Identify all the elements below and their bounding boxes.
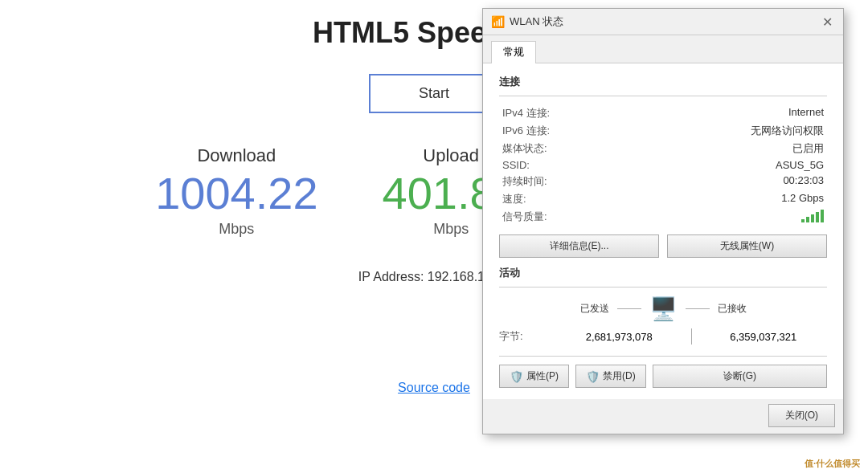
ipv6-label: IPv6 连接: <box>499 122 571 140</box>
download-value: 1004.22 <box>155 171 317 216</box>
close-dialog-button[interactable]: 关闭(O) <box>768 404 835 427</box>
dialog-tabs: 常规 <box>483 35 843 63</box>
sent-line <box>617 308 641 309</box>
ssid-label: SSID: <box>499 157 571 173</box>
download-unit: Mbps <box>155 221 317 238</box>
dialog-titlebar: 📶 WLAN 状态 ✕ <box>483 9 843 35</box>
bytes-row: 字节: 2,681,973,078 6,359,037,321 <box>499 328 827 345</box>
connection-btn-row: 详细信息(E)... 无线属性(W) <box>499 234 827 258</box>
ipv6-value: 无网络访问权限 <box>571 122 827 140</box>
bytes-label: 字节: <box>499 329 555 344</box>
signal-bars-icon <box>801 210 824 222</box>
network-computers-icon: 🖥️ <box>649 296 678 322</box>
signal-value <box>571 208 827 226</box>
dialog-close-button[interactable]: ✕ <box>819 14 835 30</box>
sent-label: 已发送 <box>580 302 609 316</box>
speed-row: 速度: 1.2 Gbps <box>499 190 827 208</box>
dialog-title: 📶 WLAN 状态 <box>491 14 563 29</box>
wireless-properties-button[interactable]: 无线属性(W) <box>667 234 827 258</box>
activity-divider <box>499 287 827 287</box>
ipv6-row: IPv6 连接: 无网络访问权限 <box>499 122 827 140</box>
shield-icon-disable: 🛡️ <box>586 370 600 383</box>
speed-value: 1.2 Gbps <box>571 190 827 208</box>
signal-label: 信号质量: <box>499 208 571 226</box>
activity-flow: 已发送 🖥️ 已接收 <box>499 296 827 322</box>
diagnose-button[interactable]: 诊断(G) <box>653 365 827 388</box>
ipv4-value: Internet <box>571 104 827 122</box>
bytes-divider <box>691 328 692 345</box>
bytes-received-value: 6,359,037,321 <box>700 331 828 343</box>
media-value: 已启用 <box>571 140 827 157</box>
duration-label: 持续时间: <box>499 173 571 190</box>
wifi-icon: 📶 <box>491 15 505 28</box>
download-metric: Download 1004.22 Mbps <box>155 145 317 238</box>
bottom-btn-row: 🛡️ 属性(P) 🛡️ 禁用(D) 诊断(G) <box>499 356 827 388</box>
dialog-title-text: WLAN 状态 <box>510 14 563 29</box>
speed-label: 速度: <box>499 190 571 208</box>
ssid-value: ASUS_5G <box>571 157 827 173</box>
received-label: 已接收 <box>718 302 747 316</box>
properties-button[interactable]: 🛡️ 属性(P) <box>499 365 569 388</box>
activity-section: 活动 已发送 🖥️ 已接收 字节: 2,681,973,078 6,359,03… <box>499 266 827 345</box>
connection-info-table: IPv4 连接: Internet IPv6 连接: 无网络访问权限 媒体状态:… <box>499 104 827 226</box>
disable-button[interactable]: 🛡️ 禁用(D) <box>575 365 646 388</box>
download-label: Download <box>155 145 317 166</box>
connection-divider <box>499 96 827 96</box>
details-button[interactable]: 详细信息(E)... <box>499 234 659 258</box>
ssid-row: SSID: ASUS_5G <box>499 157 827 173</box>
tab-general[interactable]: 常规 <box>491 41 536 63</box>
properties-btn-label: 属性(P) <box>526 369 559 383</box>
media-row: 媒体状态: 已启用 <box>499 140 827 157</box>
media-label: 媒体状态: <box>499 140 571 157</box>
source-code-link[interactable]: Source code <box>398 381 470 395</box>
wlan-dialog: 📶 WLAN 状态 ✕ 常规 连接 IPv4 连接: Internet IPv6… <box>482 8 844 434</box>
close-btn-row: 关闭(O) <box>483 399 843 434</box>
dialog-body: 连接 IPv4 连接: Internet IPv6 连接: 无网络访问权限 媒体… <box>483 63 843 399</box>
signal-row: 信号质量: <box>499 208 827 226</box>
start-button[interactable]: Start <box>369 74 499 113</box>
shield-icon-properties: 🛡️ <box>510 370 523 383</box>
activity-section-title: 活动 <box>499 266 827 280</box>
received-line <box>686 308 710 309</box>
connection-section-title: 连接 <box>499 75 827 89</box>
disable-btn-label: 禁用(D) <box>603 369 636 383</box>
ipv4-label: IPv4 连接: <box>499 104 571 122</box>
ipv4-row: IPv4 连接: Internet <box>499 104 827 122</box>
duration-value: 00:23:03 <box>571 173 827 190</box>
watermark: 值·什么值得买 <box>805 458 860 470</box>
duration-row: 持续时间: 00:23:03 <box>499 173 827 190</box>
bytes-sent-value: 2,681,973,078 <box>555 331 683 343</box>
